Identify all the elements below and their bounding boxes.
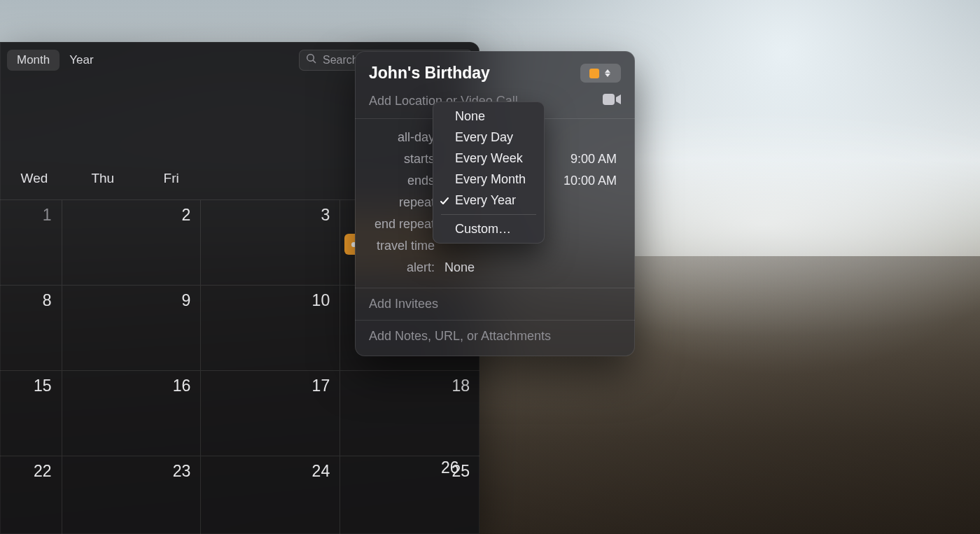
ends-label: ends — [355, 174, 444, 188]
repeat-option-every-day[interactable]: Every Day — [433, 127, 545, 148]
view-year-button[interactable]: Year — [59, 50, 103, 71]
day-cell[interactable]: 24 — [201, 456, 340, 534]
starts-label: starts — [355, 152, 444, 167]
day-cell[interactable]: 1 — [0, 199, 62, 285]
day-cell[interactable]: 17 — [201, 370, 340, 456]
repeat-option-every-month[interactable]: Every Month — [433, 169, 545, 190]
menu-item-label: None — [455, 109, 485, 124]
day-number: 1 — [43, 206, 52, 225]
popover-header: John's Birthday — [355, 51, 635, 87]
alert-value[interactable]: None — [444, 260, 621, 275]
menu-item-label: Every Week — [455, 151, 523, 166]
invitees-field[interactable]: Add Invitees — [355, 291, 635, 317]
invitees-placeholder: Add Invitees — [369, 297, 438, 311]
menu-item-label: Every Year — [455, 193, 516, 208]
alert-label: alert: — [355, 260, 444, 275]
separator — [355, 288, 635, 288]
search-placeholder: Search — [323, 54, 358, 66]
day-number: 9 — [182, 291, 191, 310]
day-number: 8 — [43, 291, 52, 310]
repeat-option-every-year[interactable]: Every Year — [433, 190, 545, 211]
day-number: 24 — [312, 462, 330, 481]
checkmark-icon — [440, 195, 449, 205]
calendar-color-picker[interactable] — [580, 64, 621, 83]
day-number: 23 — [173, 462, 191, 481]
day-cell[interactable]: 18 — [340, 370, 479, 456]
day-cell[interactable]: 3 — [201, 199, 340, 285]
view-segmented-control: Month Year — [7, 50, 104, 71]
day-number: 17 — [312, 377, 330, 395]
end-repeat-label: end repeat — [355, 217, 444, 232]
all-day-label: all-day — [355, 130, 444, 145]
day-cell[interactable]: 23 — [62, 456, 202, 534]
notes-field[interactable]: Add Notes, URL, or Attachments — [355, 323, 635, 356]
travel-time-label: travel time — [355, 239, 444, 253]
day-cell[interactable]: 2 — [62, 199, 202, 285]
day-number: 10 — [312, 291, 330, 310]
svg-rect-0 — [603, 94, 615, 105]
repeat-option-none[interactable]: None — [433, 106, 545, 127]
notes-placeholder: Add Notes, URL, or Attachments — [369, 329, 551, 344]
separator — [355, 320, 635, 321]
menu-item-label: Every Day — [455, 130, 513, 145]
day-cell[interactable]: 22 — [0, 456, 62, 534]
repeat-option-custom[interactable]: Custom… — [433, 218, 545, 239]
day-number: 15 — [34, 377, 52, 395]
day-number: 3 — [321, 206, 330, 225]
weekday-fri: Fri — [137, 164, 206, 192]
repeat-menu: None Every Day Every Week Every Month Ev… — [433, 101, 545, 244]
updown-icon — [605, 69, 612, 77]
day-cell[interactable]: 15 — [0, 370, 62, 456]
day-number: 26 — [441, 458, 459, 477]
weekday-thu: Thu — [69, 164, 137, 192]
event-title[interactable]: John's Birthday — [369, 64, 490, 83]
view-month-button[interactable]: Month — [7, 50, 59, 71]
day-cell[interactable]: 8 — [0, 285, 62, 370]
menu-item-label: Every Month — [455, 172, 526, 187]
search-icon — [306, 53, 317, 67]
menu-item-label: Custom… — [455, 222, 511, 237]
weekday-wed: Wed — [0, 164, 69, 192]
day-number: 2 — [182, 206, 191, 225]
calendar-color-swatch — [589, 69, 599, 78]
day-cell[interactable]: 16 — [62, 370, 202, 456]
menu-separator — [441, 214, 536, 215]
view-year-label: Year — [69, 53, 93, 67]
video-call-icon[interactable] — [603, 92, 621, 110]
view-month-label: Month — [17, 53, 50, 67]
repeat-option-every-week[interactable]: Every Week — [433, 148, 545, 169]
day-number: 18 — [451, 377, 470, 395]
day-cell[interactable]: 9 — [62, 285, 202, 370]
day-number: 16 — [173, 377, 191, 395]
repeat-label: repeat — [355, 195, 444, 210]
day-number: 22 — [34, 462, 52, 481]
day-cell[interactable]: 10 — [201, 285, 340, 370]
